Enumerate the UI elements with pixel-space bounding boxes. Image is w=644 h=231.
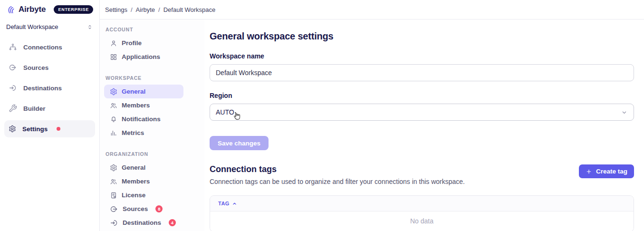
main-sidebar: Airbyte ENTERPRISE Default Workspace Con… (0, 0, 100, 231)
settings-nav-item-account-profile[interactable]: Profile (104, 36, 183, 50)
breadcrumb-item-airbyte[interactable]: Airbyte (136, 6, 155, 13)
breadcrumb-bar: Settings/Airbyte/Default Workspace (100, 0, 644, 19)
chevron-down-icon (621, 109, 628, 116)
bell-icon (110, 116, 117, 123)
settings-nav-item-label: Applications (122, 53, 160, 60)
count-badge: 4 (169, 219, 176, 226)
sources-icon (110, 205, 118, 213)
settings-nav-section-organization: ORGANIZATIONGeneralMembersLicenseSources… (104, 151, 183, 230)
gear-icon (110, 88, 117, 96)
connections-icon (9, 43, 17, 51)
settings-nav-item-organization-destinations[interactable]: Destinations4 (104, 216, 183, 230)
settings-nav-item-label: Profile (122, 39, 142, 47)
settings-nav-item-label: Notifications (122, 116, 161, 123)
tag-column-header[interactable]: TAG (218, 201, 230, 206)
connection-tags-text: Connection tags Connection tags can be u… (210, 164, 465, 185)
builder-icon (9, 104, 17, 113)
settings-nav-item-label: Members (122, 178, 150, 185)
users-icon (110, 102, 117, 109)
airbyte-logo-icon (6, 5, 16, 14)
region-label: Region (210, 92, 634, 99)
sidebar-item-destinations[interactable]: Destinations (4, 79, 95, 96)
settings-nav-item-label: Sources (123, 205, 148, 212)
tags-empty-state: No data (210, 212, 634, 231)
settings-nav-item-account-applications[interactable]: Applications (104, 50, 183, 64)
workspace-name-label: Workspace name (210, 52, 634, 60)
settings-nav-item-label: General (122, 164, 145, 171)
workspace-selector-label: Default Workspace (6, 23, 58, 30)
save-changes-button[interactable]: Save changes (210, 136, 269, 150)
settings-nav-section-title: WORKSPACE (106, 75, 183, 81)
enterprise-badge: ENTERPRISE (54, 5, 93, 14)
settings-nav-item-label: General (122, 88, 145, 95)
sidebar-item-builder[interactable]: Builder (4, 100, 95, 117)
sidebar-item-settings[interactable]: Settings (4, 120, 95, 137)
create-tag-label: Create tag (596, 168, 627, 175)
plus-icon (586, 168, 592, 175)
settings-nav-item-organization-members[interactable]: Members (104, 174, 183, 188)
create-tag-button[interactable]: Create tag (579, 164, 634, 178)
sources-icon (9, 63, 17, 72)
settings-nav-item-organization-general[interactable]: General (104, 161, 183, 174)
workspace-name-field: Workspace name (210, 52, 634, 81)
connection-tags-description: Connection tags can be used to organize … (210, 178, 465, 185)
gear-icon (110, 164, 117, 172)
settings-nav-section-account: ACCOUNTProfileApplications (104, 27, 183, 64)
grid-icon (110, 53, 117, 61)
count-badge: 8 (155, 205, 163, 212)
breadcrumb-item-settings[interactable]: Settings (105, 6, 127, 13)
sidebar-item-connections[interactable]: Connections (4, 38, 95, 56)
breadcrumb-separator: / (158, 6, 160, 13)
gear-icon (9, 125, 16, 133)
brand-name: Airbyte (19, 5, 46, 14)
sidebar-item-sources[interactable]: Sources (4, 59, 95, 76)
region-field: Region AUTO (210, 92, 634, 121)
settings-nav-item-label: Members (122, 102, 150, 109)
settings-nav-item-workspace-members[interactable]: Members (104, 98, 183, 112)
region-select[interactable]: AUTO (210, 104, 634, 121)
settings-nav-item-label: Metrics (122, 129, 144, 136)
breadcrumb: Settings/Airbyte/Default Workspace (105, 6, 215, 13)
logo-row: Airbyte ENTERPRISE (0, 0, 99, 19)
sidebar-item-label: Sources (23, 64, 48, 71)
sidebar-nav: ConnectionsSourcesDestinationsBuilderSet… (0, 35, 99, 137)
settings-nav-item-label: Destinations (123, 219, 161, 226)
sidebar-item-label: Settings (22, 125, 48, 133)
settings-nav-section-workspace: WORKSPACEGeneralMembersNotificationsMetr… (104, 75, 183, 140)
destinations-icon (110, 219, 118, 227)
sidebar-item-label: Connections (23, 44, 62, 51)
sidebar-item-label: Destinations (23, 85, 62, 92)
workspace-name-input[interactable] (210, 64, 634, 81)
settings-nav-section-title: ACCOUNT (106, 27, 183, 32)
settings-nav-item-organization-sources[interactable]: Sources8 (104, 202, 183, 216)
airbyte-workspace-settings-page: Airbyte ENTERPRISE Default Workspace Con… (0, 0, 644, 231)
workspace-selector[interactable]: Default Workspace (0, 19, 99, 35)
sort-ascending-icon[interactable] (232, 201, 237, 206)
chevron-updown-icon (87, 24, 93, 30)
settings-nav-item-workspace-metrics[interactable]: Metrics (104, 126, 183, 140)
main-content: General workspace settings Workspace nam… (204, 19, 644, 231)
region-select-value: AUTO (216, 108, 234, 116)
notification-dot (57, 127, 60, 131)
users-icon (110, 178, 117, 185)
bar-chart-icon (110, 129, 117, 137)
license-icon (110, 192, 117, 199)
connection-tags-header: Connection tags Connection tags can be u… (210, 164, 634, 185)
settings-nav-item-label: License (122, 192, 145, 199)
destinations-icon (9, 84, 17, 92)
tags-table: TAG No data (210, 195, 634, 231)
connection-tags-title: Connection tags (210, 164, 465, 174)
breadcrumb-item-default-workspace[interactable]: Default Workspace (163, 6, 216, 13)
settings-nav-section-title: ORGANIZATION (106, 151, 183, 157)
settings-nav-item-workspace-notifications[interactable]: Notifications (104, 112, 183, 126)
settings-nav: ACCOUNTProfileApplicationsWORKSPACEGener… (100, 19, 204, 231)
page-title: General workspace settings (210, 31, 634, 42)
settings-nav-item-workspace-general[interactable]: General (104, 85, 183, 98)
user-icon (110, 39, 117, 47)
settings-nav-item-organization-license[interactable]: License (104, 188, 183, 202)
sidebar-item-label: Builder (23, 105, 46, 112)
tags-table-header: TAG (210, 196, 634, 212)
breadcrumb-separator: / (131, 6, 133, 13)
